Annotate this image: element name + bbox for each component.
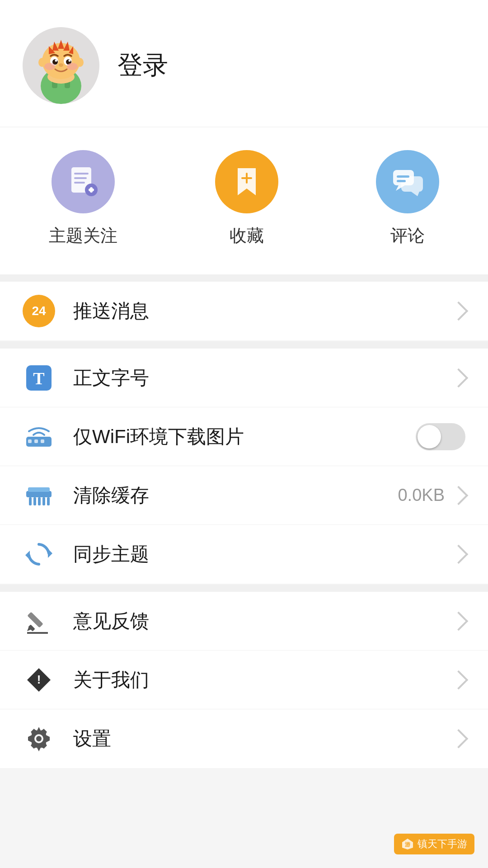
svg-marker-49 (25, 551, 30, 560)
clear-cache-value: 0.0KB (398, 486, 445, 505)
svg-marker-32 (411, 192, 419, 196)
profile-section: 登录 (0, 0, 488, 127)
settings-group-2: T 正文字号 仅WiFi环境下载图片 (0, 349, 488, 584)
push-badge: 24 (23, 295, 55, 327)
topic-follow-label: 主题关注 (49, 224, 117, 247)
settings-group-1: 24 推送消息 (0, 282, 488, 340)
settings-item[interactable]: 设置 (0, 709, 488, 768)
action-comment[interactable]: 评论 (376, 150, 439, 247)
svg-rect-40 (41, 439, 44, 443)
comment-label: 评论 (390, 224, 425, 247)
font-size-label: 正文字号 (73, 365, 452, 391)
svg-rect-39 (34, 439, 38, 443)
push-message-icon: 24 (23, 295, 55, 327)
svg-point-13 (44, 63, 55, 70)
svg-rect-34 (397, 180, 406, 182)
svg-point-12 (59, 63, 63, 67)
svg-rect-46 (47, 497, 50, 505)
settings-label: 设置 (73, 726, 452, 751)
clear-cache-chevron (449, 486, 468, 505)
watermark-text: 镇天下手游 (418, 837, 467, 851)
login-label[interactable]: 登录 (117, 48, 168, 83)
divider-3 (0, 585, 488, 592)
sync-theme-label: 同步主题 (73, 542, 452, 567)
font-size-chevron (449, 368, 468, 387)
svg-point-14 (67, 63, 78, 70)
svg-rect-33 (397, 175, 409, 178)
about-chevron (449, 670, 468, 689)
svg-point-58 (36, 736, 42, 741)
feedback-chevron (449, 611, 468, 630)
svg-point-10 (55, 60, 57, 62)
divider-1 (0, 274, 488, 282)
clear-cache-label: 清除缓存 (73, 483, 398, 508)
svg-rect-43 (33, 497, 36, 505)
svg-rect-31 (401, 176, 423, 192)
action-topic-follow[interactable]: 主题关注 (49, 150, 117, 247)
svg-point-11 (69, 60, 71, 62)
wifi-only-label: 仅WiFi环境下载图片 (73, 424, 416, 449)
about-icon: ! (23, 664, 55, 696)
clear-cache-item[interactable]: 清除缓存 0.0KB (0, 466, 488, 525)
push-message-label: 推送消息 (73, 298, 452, 324)
svg-rect-51 (27, 612, 43, 627)
svg-rect-25 (74, 182, 85, 184)
settings-chevron (449, 729, 468, 748)
avatar[interactable] (23, 27, 99, 104)
quick-actions: 主题关注 收藏 评论 (0, 127, 488, 274)
svg-marker-48 (48, 549, 52, 558)
about-item[interactable]: ! 关于我们 (0, 651, 488, 709)
collect-icon-circle (215, 150, 278, 213)
feedback-label: 意见反馈 (73, 609, 452, 634)
comment-icon-circle (376, 150, 439, 213)
svg-rect-28 (90, 187, 93, 193)
collect-label: 收藏 (230, 224, 264, 247)
action-collect[interactable]: 收藏 (215, 150, 278, 247)
svg-rect-44 (38, 497, 41, 505)
watermark: 游 镇天下手游 (394, 834, 474, 854)
svg-rect-42 (29, 497, 32, 505)
wifi-icon (23, 420, 55, 453)
sync-theme-item[interactable]: 同步主题 (0, 525, 488, 584)
svg-point-20 (38, 58, 46, 67)
svg-rect-24 (74, 177, 87, 179)
settings-icon (23, 722, 55, 755)
svg-text:T: T (33, 369, 44, 388)
topic-follow-icon-circle (52, 150, 115, 213)
feedback-item[interactable]: 意见反馈 (0, 592, 488, 651)
divider-2 (0, 341, 488, 349)
feedback-icon (23, 605, 55, 637)
push-message-chevron (449, 302, 468, 321)
sync-theme-chevron (449, 545, 468, 564)
svg-point-21 (76, 58, 84, 67)
svg-text:!: ! (37, 673, 41, 686)
push-message-item[interactable]: 24 推送消息 (0, 282, 488, 340)
settings-group-3: 意见反馈 ! 关于我们 设置 (0, 592, 488, 768)
svg-rect-23 (74, 173, 89, 175)
wifi-only-item[interactable]: 仅WiFi环境下载图片 (0, 407, 488, 466)
svg-rect-47 (28, 487, 50, 492)
sync-theme-icon (23, 538, 55, 571)
svg-text:游: 游 (405, 841, 411, 848)
svg-rect-45 (42, 497, 45, 505)
clear-cache-icon (23, 479, 55, 512)
about-label: 关于我们 (73, 667, 452, 693)
svg-rect-38 (28, 439, 32, 443)
font-size-icon: T (23, 362, 55, 394)
font-size-item[interactable]: T 正文字号 (0, 349, 488, 407)
svg-rect-41 (26, 491, 52, 497)
wifi-only-toggle[interactable] (416, 423, 465, 450)
